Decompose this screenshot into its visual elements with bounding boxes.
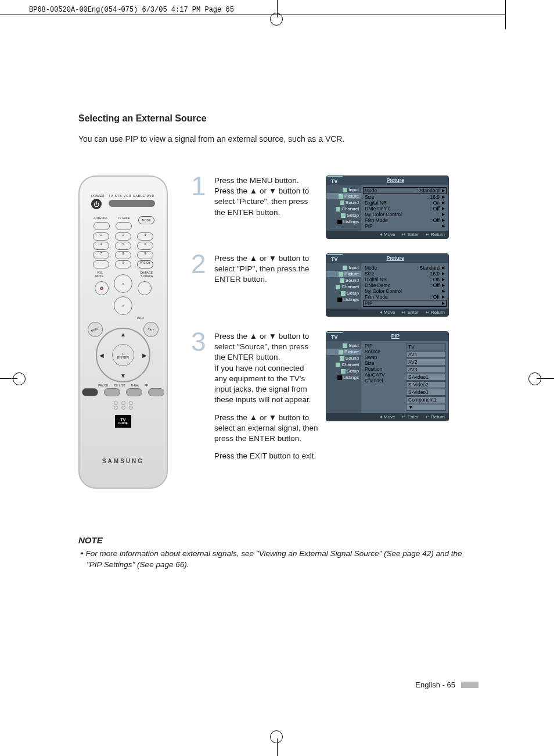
arrow-right-icon: ▶ [442, 212, 445, 217]
osd-sidebar: InputPictureSoundChannelSetupListings [326, 185, 361, 231]
osd-side-icon [337, 298, 342, 302]
osd-side-icon [341, 369, 346, 374]
num-5: 5 [115, 242, 131, 250]
osd-side-icon [336, 363, 340, 367]
osd-pip-item: Channel [364, 378, 404, 384]
osd-side-item: Channel [326, 361, 361, 368]
dnet-button [126, 388, 142, 396]
num-0: 0 [115, 260, 131, 268]
osd-row: Mode: Standard▶ [363, 187, 447, 194]
osd-side-icon [341, 291, 346, 296]
osd-side-item: Sound [326, 277, 361, 284]
osd-side-item: Setup [326, 368, 361, 374]
osd-row-key: Film Mode [365, 217, 388, 223]
osd-side-icon [340, 200, 344, 205]
osd-row-key: PIP [365, 223, 373, 229]
osd-side-label: Listings [343, 375, 359, 380]
osd-sidebar: InputPictureSoundChannelSetupListings [326, 263, 361, 309]
osd-pip-item: Source [364, 349, 404, 354]
osd-side-icon [339, 272, 343, 277]
osd-row-key: My Color Control [365, 288, 402, 294]
dnet-label: D-Net [131, 384, 139, 387]
dpad: ▲ ▼ ◀ ▶ ↵ ENTER [96, 328, 150, 382]
osd-side-label: Picture [344, 349, 359, 354]
remote-illustration: POWER ⏻ TV STB VCR CABLE DVD ANTENNA TV … [78, 175, 168, 489]
osd-row: Size: 16:9▶ [364, 194, 446, 200]
osd-side-icon [339, 350, 343, 354]
osd-row-key: DNIe Demo [365, 206, 390, 212]
osd-side-icon [337, 375, 342, 380]
power-button-icon: ⏻ [91, 199, 102, 209]
osd-row: Mode: Standard▶ [364, 265, 446, 271]
arrow-left-icon: ◀ [99, 352, 104, 359]
num-7: 7 [93, 251, 109, 259]
osd-row-value: : On [430, 277, 440, 282]
osd-row-value: : Off [430, 217, 440, 223]
page-footer: English - 65 [415, 680, 479, 689]
num-2: 2 [115, 232, 131, 241]
osd-side-icon [343, 266, 347, 270]
osd-row: PIP▶ [364, 223, 446, 229]
osd-foot-hint: ♦ Move [380, 310, 395, 315]
favch-label: FAV.CH [98, 384, 108, 387]
osd-side-item: Setup [326, 290, 361, 296]
osd-side-item: Channel [326, 206, 361, 212]
osd-side-item: Picture [326, 271, 361, 277]
osd-screenshot: TVPictureInputPictureSoundChannelSetupLi… [326, 253, 449, 317]
osd-side-item: Listings [326, 218, 361, 225]
osd-foot-hint: ♦ Move [380, 414, 395, 420]
osd-side-label: Picture [344, 271, 359, 277]
osd-row: My Color Control▶ [364, 288, 446, 294]
osd-footer: ♦ Move↵ Enter↩ Return [326, 413, 448, 421]
intro-text: You can use PIP to view a signal from an… [78, 134, 479, 144]
arrow-down-icon: ▼ [120, 372, 126, 379]
osd-side-item: Input [326, 264, 361, 271]
osd-side-label: Sound [346, 200, 359, 205]
osd-foot-hint: ♦ Move [380, 232, 395, 237]
tvguide-logo: TV GUIDE [115, 415, 131, 428]
osd-row-value: : Standard [417, 265, 440, 271]
arrow-right-icon: ▶ [442, 200, 445, 205]
arrow-right-icon: ▶ [442, 224, 445, 228]
osd-title: Picture [343, 254, 448, 263]
step-number: 1 [191, 175, 207, 197]
device-labels: TV STB VCR CABLE DVD [109, 194, 154, 198]
device-strip [109, 200, 155, 207]
arrow-right-icon: ▶ [442, 283, 445, 288]
osd-option: S-Video1 [406, 374, 446, 381]
osd-side-label: Sound [346, 278, 359, 283]
osd-row: Digital NR: On▶ [364, 277, 446, 282]
exit-button: EXIT [141, 320, 160, 339]
osd-foot-hint: ↩ Return [426, 414, 445, 420]
mute-button: 🔇 [95, 281, 109, 295]
osd-row-key: PIP [365, 300, 373, 306]
osd-side-icon [336, 285, 340, 289]
step-2: 2Press the ▲ or ▼ button to select "PIP"… [191, 253, 479, 317]
osd-row: My Color Control▶ [364, 212, 446, 217]
osd-pip-item: Air/CATV [364, 372, 404, 378]
num-1: 1 [93, 232, 109, 241]
osd-side-label: Input [348, 265, 359, 270]
osd-row-value: : 16:9 [427, 194, 440, 200]
osd-row-key: DNIe Demo [365, 282, 390, 288]
osd-side-icon [339, 194, 343, 199]
osd-row: DNIe Demo: Off▶ [364, 282, 446, 288]
osd-side-item: Picture [326, 349, 361, 355]
osd-foot-hint: ↩ Return [426, 232, 445, 237]
osd-option: Component1 [406, 396, 446, 403]
osd-side-icon [340, 278, 344, 283]
osd-row-value: : Off [430, 294, 440, 300]
osd-row-value: : Standard [417, 188, 440, 194]
osd-row-value: : Off [430, 206, 440, 212]
arrow-right-icon: ▶ [442, 277, 445, 282]
osd-side-icon [343, 188, 347, 192]
num-4: 4 [93, 242, 109, 250]
menu-button: MENU [85, 320, 105, 339]
crop-mark-top [271, 0, 283, 12]
enter-button: ↵ ENTER [112, 344, 134, 366]
note-body: • For more information about external si… [78, 549, 479, 571]
osd-sidebar: InputPictureSoundChannelSetupListings [326, 341, 361, 413]
osd-option: TV [406, 343, 446, 350]
osd-footer: ♦ Move↵ Enter↩ Return [326, 309, 448, 316]
brand-label: SAMSUNG [80, 458, 167, 464]
